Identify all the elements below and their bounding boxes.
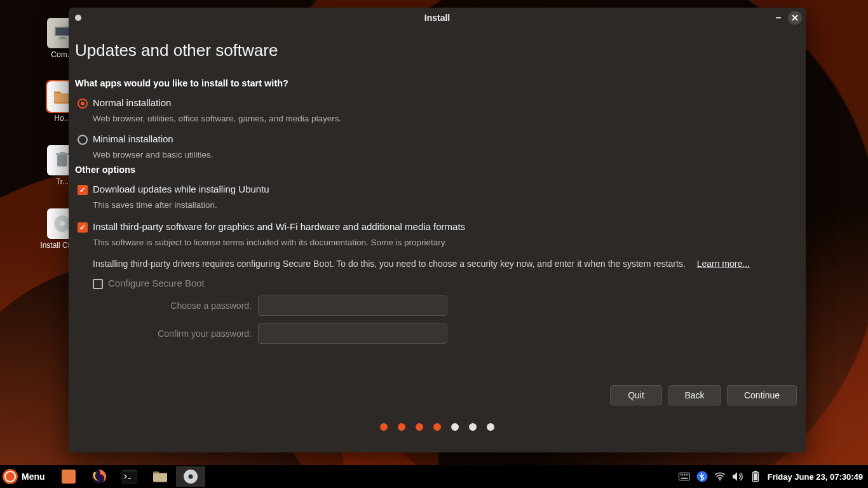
svg-point-16 (188, 475, 193, 479)
checkbox-download-desc: This saves time after installation. (93, 200, 799, 210)
svg-rect-5 (57, 155, 67, 166)
progress-dots (75, 410, 799, 446)
task-installer[interactable] (176, 466, 205, 487)
password-label: Choose a password: (105, 301, 252, 311)
svg-rect-28 (754, 473, 757, 480)
disk-icon (183, 469, 198, 484)
svg-rect-21 (685, 474, 686, 475)
progress-dot (380, 423, 388, 431)
keyboard-indicator[interactable] (679, 471, 690, 482)
taskbar[interactable]: Menu Friday June 23, 07:30:49 (0, 465, 868, 488)
radio-icon (78, 98, 88, 109)
radio-label: Minimal installation (93, 133, 173, 144)
battery-indicator[interactable] (750, 471, 761, 482)
quit-button[interactable]: Quit (610, 385, 662, 405)
continue-button[interactable]: Continue (727, 385, 797, 405)
checkbox-download-updates[interactable]: Download updates while installing Ubuntu (78, 184, 799, 195)
trash-icon (55, 152, 69, 168)
svg-rect-14 (153, 473, 167, 482)
checkbox-label: Download updates while installing Ubuntu (93, 184, 269, 194)
checkbox-icon (78, 222, 88, 233)
svg-rect-22 (687, 474, 688, 475)
svg-rect-17 (679, 473, 689, 480)
secure-boot-confirm-row: Confirm your password: (105, 323, 799, 344)
svg-rect-23 (681, 478, 688, 479)
learn-more-link[interactable]: Learn more... (697, 259, 750, 269)
checkbox-label: Configure Secure Boot (108, 278, 205, 288)
task-show-desktop[interactable] (54, 466, 83, 487)
svg-point-9 (60, 221, 65, 226)
svg-rect-18 (680, 474, 681, 475)
close-button[interactable] (788, 11, 802, 25)
progress-dot (433, 423, 441, 431)
radio-normal-desc: Web browser, utilities, office software,… (93, 114, 799, 123)
progress-dot (398, 423, 405, 431)
radio-label: Normal installation (93, 97, 171, 108)
clock[interactable]: Friday June 23, 07:30:49 (768, 472, 863, 482)
window-title: Install (69, 13, 806, 23)
svg-rect-20 (684, 474, 685, 475)
svg-rect-19 (682, 474, 683, 475)
files-icon (152, 470, 168, 484)
volume-indicator[interactable] (732, 471, 743, 482)
checkbox-label: Install third-party software for graphic… (93, 221, 465, 232)
firefox-icon (92, 469, 107, 484)
progress-dot (469, 423, 477, 431)
checkbox-third-party[interactable]: Install third-party software for graphic… (78, 221, 799, 233)
show-desktop-icon (62, 470, 76, 484)
svg-rect-10 (62, 470, 76, 484)
secure-boot-confirm-input[interactable] (258, 323, 447, 344)
terminal-icon (122, 470, 137, 484)
section-other-heading: Other options (75, 165, 799, 175)
titlebar[interactable]: Install (69, 8, 806, 28)
progress-dot (487, 423, 494, 431)
system-tray: Friday June 23, 07:30:49 (679, 471, 868, 482)
window-content: Updates and other software What apps wou… (69, 28, 806, 452)
distro-logo-icon (3, 469, 18, 484)
task-files[interactable] (146, 466, 175, 487)
checkbox-icon (93, 279, 103, 289)
wizard-footer: Quit Back Continue (75, 383, 799, 410)
minimize-button[interactable] (771, 11, 785, 25)
svg-rect-2 (60, 37, 65, 38)
svg-rect-3 (58, 38, 67, 39)
secure-boot-note-text: Installing third-party drivers requires … (93, 259, 686, 269)
svg-rect-1 (56, 28, 69, 35)
radio-normal-installation[interactable]: Normal installation (78, 97, 799, 109)
radio-minimal-desc: Web browser and basic utilities. (93, 150, 799, 159)
progress-dot (451, 423, 459, 431)
svg-rect-7 (60, 152, 65, 154)
svg-point-25 (719, 479, 721, 481)
radio-minimal-installation[interactable]: Minimal installation (78, 133, 799, 145)
checkbox-icon (78, 185, 88, 195)
section-apps-heading: What apps would you like to install to s… (75, 78, 799, 88)
page-heading: Updates and other software (75, 41, 799, 60)
menu-label: Menu (22, 471, 45, 482)
taskbar-tasks (54, 466, 205, 487)
svg-rect-13 (123, 471, 137, 483)
secure-boot-note: Installing third-party drivers requires … (93, 259, 799, 269)
bluetooth-indicator[interactable] (696, 471, 708, 482)
confirm-password-label: Confirm your password: (105, 329, 252, 339)
back-button[interactable]: Back (668, 385, 721, 405)
checkbox-thirdparty-desc: This software is subject to license term… (93, 238, 799, 247)
installer-window: Install Updates and other software What … (69, 8, 806, 452)
secure-boot-password-input[interactable] (258, 295, 447, 316)
radio-icon (78, 135, 88, 145)
progress-dot (416, 423, 423, 431)
task-terminal[interactable] (115, 466, 144, 487)
secure-boot-password-row: Choose a password: (105, 295, 799, 316)
task-firefox[interactable] (85, 466, 114, 487)
menu-button[interactable]: Menu (0, 469, 49, 484)
checkbox-secure-boot[interactable]: Configure Secure Boot (93, 278, 799, 289)
network-indicator[interactable] (714, 471, 726, 482)
